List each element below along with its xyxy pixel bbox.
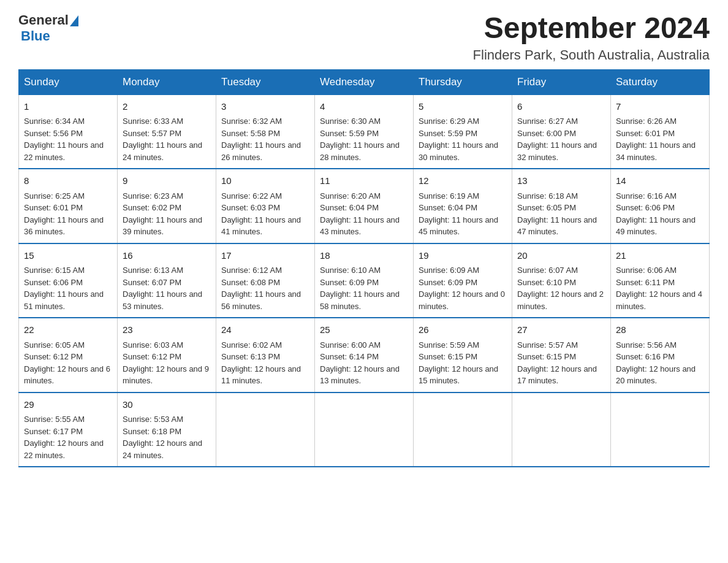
sunrise-line: Sunrise: 5:56 AM (616, 340, 677, 350)
sunset-line: Sunset: 6:02 PM (123, 203, 181, 212)
calendar-cell: 4Sunrise: 6:30 AMSunset: 5:59 PMDaylight… (315, 94, 414, 169)
calendar-cell: 10Sunrise: 6:22 AMSunset: 6:03 PMDayligh… (216, 169, 315, 243)
daylight-line: Daylight: 12 hours and 22 minutes. (24, 439, 104, 460)
sunset-line: Sunset: 6:04 PM (419, 203, 477, 212)
calendar-cell: 16Sunrise: 6:13 AMSunset: 6:07 PMDayligh… (118, 243, 216, 318)
calendar-body: 1Sunrise: 6:34 AMSunset: 5:56 PMDaylight… (19, 94, 710, 467)
calendar-cell: 28Sunrise: 5:56 AMSunset: 6:16 PMDayligh… (611, 318, 710, 393)
day-number: 15 (24, 249, 112, 263)
sunset-line: Sunset: 6:16 PM (616, 352, 675, 361)
day-number: 28 (616, 323, 704, 337)
sunrise-line: Sunrise: 6:18 AM (517, 191, 578, 201)
sunrise-line: Sunrise: 6:15 AM (24, 266, 85, 275)
calendar-week-row: 22Sunrise: 6:05 AMSunset: 6:12 PMDayligh… (19, 318, 710, 393)
daylight-line: Daylight: 12 hours and 6 minutes. (24, 364, 110, 386)
daylight-line: Daylight: 11 hours and 47 minutes. (517, 215, 597, 237)
sunrise-line: Sunrise: 6:29 AM (419, 117, 479, 126)
day-number: 8 (24, 174, 112, 188)
day-number: 30 (123, 398, 211, 412)
sunset-line: Sunset: 6:15 PM (517, 352, 576, 361)
daylight-line: Daylight: 11 hours and 53 minutes. (123, 289, 202, 311)
day-number: 13 (517, 174, 605, 188)
sunrise-line: Sunrise: 6:26 AM (616, 117, 677, 126)
calendar-cell: 21Sunrise: 6:06 AMSunset: 6:11 PMDayligh… (611, 243, 710, 318)
calendar-cell: 20Sunrise: 6:07 AMSunset: 6:10 PMDayligh… (512, 243, 611, 318)
daylight-line: Daylight: 11 hours and 22 minutes. (24, 140, 104, 162)
sunset-line: Sunset: 6:05 PM (517, 203, 576, 212)
calendar-week-row: 29Sunrise: 5:55 AMSunset: 6:17 PMDayligh… (19, 393, 710, 467)
daylight-line: Daylight: 11 hours and 39 minutes. (123, 215, 202, 237)
sunrise-line: Sunrise: 6:23 AM (123, 191, 183, 201)
calendar-cell (414, 393, 512, 467)
daylight-line: Daylight: 11 hours and 24 minutes. (123, 140, 202, 162)
day-number: 29 (24, 398, 112, 412)
calendar-week-row: 8Sunrise: 6:25 AMSunset: 6:01 PMDaylight… (19, 169, 710, 243)
calendar-table: SundayMondayTuesdayWednesdayThursdayFrid… (18, 69, 710, 468)
calendar-cell (315, 393, 414, 467)
calendar-cell: 2Sunrise: 6:33 AMSunset: 5:57 PMDaylight… (118, 94, 216, 169)
header: General Blue September 2024 Flinders Par… (18, 12, 710, 63)
daylight-line: Daylight: 11 hours and 26 minutes. (221, 140, 301, 162)
daylight-line: Daylight: 11 hours and 45 minutes. (419, 215, 498, 237)
calendar-cell: 26Sunrise: 5:59 AMSunset: 6:15 PMDayligh… (414, 318, 512, 393)
day-header-saturday: Saturday (611, 69, 710, 94)
calendar-cell: 6Sunrise: 6:27 AMSunset: 6:00 PMDaylight… (512, 94, 611, 169)
calendar-cell: 1Sunrise: 6:34 AMSunset: 5:56 PMDaylight… (19, 94, 118, 169)
daylight-line: Daylight: 11 hours and 49 minutes. (616, 215, 696, 237)
day-number: 23 (123, 323, 211, 337)
calendar-cell (512, 393, 611, 467)
logo-blue-text: Blue (21, 28, 50, 44)
day-number: 2 (123, 100, 211, 114)
daylight-line: Daylight: 12 hours and 11 minutes. (221, 364, 301, 386)
sunrise-line: Sunrise: 6:32 AM (221, 117, 282, 126)
daylight-line: Daylight: 11 hours and 30 minutes. (419, 140, 498, 162)
sunrise-line: Sunrise: 6:06 AM (616, 266, 677, 275)
day-number: 7 (616, 100, 704, 114)
daylight-line: Daylight: 12 hours and 13 minutes. (320, 364, 400, 386)
sunrise-line: Sunrise: 6:13 AM (123, 266, 183, 275)
sunset-line: Sunset: 6:00 PM (517, 129, 576, 138)
calendar-cell: 5Sunrise: 6:29 AMSunset: 5:59 PMDaylight… (414, 94, 512, 169)
sunset-line: Sunset: 5:56 PM (24, 129, 83, 138)
day-header-wednesday: Wednesday (315, 69, 414, 94)
sunrise-line: Sunrise: 6:02 AM (221, 340, 282, 350)
daylight-line: Daylight: 11 hours and 41 minutes. (221, 215, 301, 237)
day-number: 1 (24, 100, 112, 114)
day-number: 22 (24, 323, 112, 337)
calendar-cell: 24Sunrise: 6:02 AMSunset: 6:13 PMDayligh… (216, 318, 315, 393)
day-number: 14 (616, 174, 704, 188)
day-number: 16 (123, 249, 211, 263)
day-number: 6 (517, 100, 605, 114)
sunrise-line: Sunrise: 6:19 AM (419, 191, 479, 201)
sunset-line: Sunset: 6:13 PM (221, 352, 280, 361)
calendar-cell: 23Sunrise: 6:03 AMSunset: 6:12 PMDayligh… (118, 318, 216, 393)
day-number: 18 (320, 249, 408, 263)
calendar-cell: 25Sunrise: 6:00 AMSunset: 6:14 PMDayligh… (315, 318, 414, 393)
daylight-line: Daylight: 11 hours and 58 minutes. (320, 289, 400, 311)
day-number: 21 (616, 249, 704, 263)
sunrise-line: Sunrise: 5:55 AM (24, 415, 85, 424)
sunrise-line: Sunrise: 6:12 AM (221, 266, 282, 275)
sunrise-line: Sunrise: 6:27 AM (517, 117, 578, 126)
sunrise-line: Sunrise: 5:53 AM (123, 415, 183, 424)
logo-triangle-icon (70, 15, 78, 26)
day-number: 11 (320, 174, 408, 188)
calendar-cell: 30Sunrise: 5:53 AMSunset: 6:18 PMDayligh… (118, 393, 216, 467)
page-subtitle: Flinders Park, South Australia, Australi… (473, 47, 710, 63)
sunset-line: Sunset: 5:59 PM (419, 129, 477, 138)
daylight-line: Daylight: 12 hours and 17 minutes. (517, 364, 597, 386)
sunrise-line: Sunrise: 6:16 AM (616, 191, 677, 201)
sunrise-line: Sunrise: 5:59 AM (419, 340, 479, 350)
day-number: 12 (419, 174, 507, 188)
sunset-line: Sunset: 6:04 PM (320, 203, 379, 212)
day-number: 4 (320, 100, 408, 114)
sunset-line: Sunset: 6:17 PM (24, 427, 83, 436)
sunset-line: Sunset: 6:10 PM (517, 278, 576, 287)
day-number: 25 (320, 323, 408, 337)
calendar-cell: 29Sunrise: 5:55 AMSunset: 6:17 PMDayligh… (19, 393, 118, 467)
sunset-line: Sunset: 6:12 PM (24, 352, 83, 361)
daylight-line: Daylight: 11 hours and 56 minutes. (221, 289, 301, 311)
daylight-line: Daylight: 12 hours and 20 minutes. (616, 364, 696, 386)
daylight-line: Daylight: 11 hours and 51 minutes. (24, 289, 104, 311)
sunrise-line: Sunrise: 6:33 AM (123, 117, 183, 126)
